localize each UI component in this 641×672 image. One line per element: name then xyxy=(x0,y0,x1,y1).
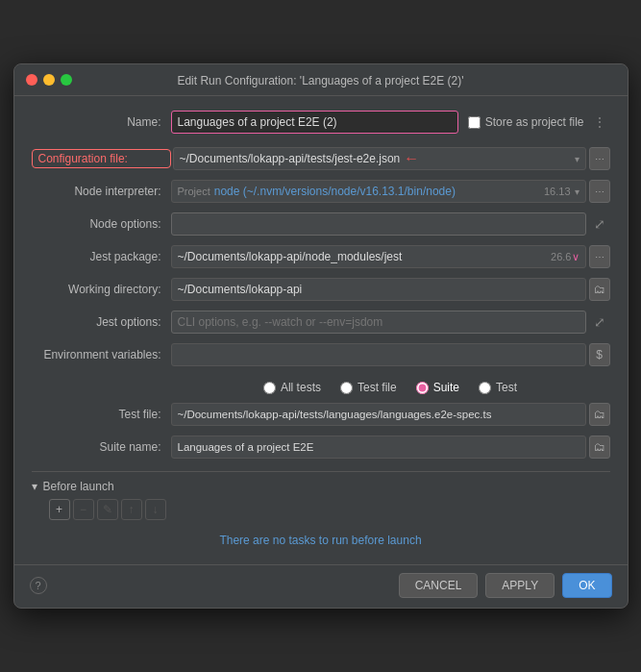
env-dollar-icon[interactable]: $ xyxy=(589,343,610,366)
edit-run-config-dialog: Edit Run Configuration: 'Languages of a … xyxy=(13,63,629,609)
jest-options-input[interactable] xyxy=(171,311,586,334)
add-task-btn[interactable]: + xyxy=(49,499,70,520)
minimize-button[interactable] xyxy=(43,74,55,86)
working-dir-value: ~/Documents/lokapp-api xyxy=(178,283,303,296)
chevron-down-icon: ▾ xyxy=(575,154,579,164)
node-path-value: node (~/.nvm/versions/node/v16.13.1/bin/… xyxy=(214,185,456,198)
red-arrow-icon: ← xyxy=(404,150,419,167)
before-launch-toolbar: + − ✎ ↑ ↓ xyxy=(49,499,610,520)
maximize-button[interactable] xyxy=(61,74,72,86)
test-file-controls: ~/Documents/lokapp-api/tests/languages/l… xyxy=(171,403,610,426)
suite-name-folder-icon[interactable]: 🗂 xyxy=(589,436,610,459)
config-file-row: Configuration file: ~/Documents/lokapp-a… xyxy=(32,144,610,173)
working-dir-label: Working directory: xyxy=(32,283,171,296)
more-options-icon[interactable]: ⋮ xyxy=(589,112,610,132)
node-project-label: Project xyxy=(178,186,210,197)
test-file-field[interactable]: ~/Documents/lokapp-api/tests/languages/l… xyxy=(171,403,586,426)
jest-package-label: Jest package: xyxy=(32,250,171,263)
jest-options-expand-icon[interactable]: ⤢ xyxy=(589,311,610,334)
jest-version-value: 26.6∨ xyxy=(551,251,579,263)
jest-options-row: Jest options: ⤢ xyxy=(32,308,610,336)
edit-task-btn[interactable]: ✎ xyxy=(97,499,118,520)
jest-package-more-btn[interactable]: ⋯ xyxy=(589,245,610,268)
jest-package-controls: ~/Documents/lokapp-api/node_modules/jest… xyxy=(171,245,610,268)
close-button[interactable] xyxy=(26,74,37,86)
suite-name-field[interactable]: Languages of a project E2E xyxy=(171,436,586,459)
working-dir-folder-icon[interactable]: 🗂 xyxy=(589,278,610,301)
radio-all-tests-input[interactable] xyxy=(263,382,276,394)
node-dropdown-arrow: ▾ xyxy=(575,187,579,197)
jest-options-label: Jest options: xyxy=(32,315,171,329)
config-file-label: Configuration file: xyxy=(32,149,171,168)
radio-all-tests[interactable]: All tests xyxy=(263,381,321,394)
remove-task-btn[interactable]: − xyxy=(73,499,94,520)
radio-all-tests-label: All tests xyxy=(281,381,321,394)
name-row: Name: Store as project file ⋮ xyxy=(32,108,610,137)
node-version-value: 16.13 xyxy=(544,186,571,197)
before-launch-label: Before launch xyxy=(43,480,114,493)
test-file-label: Test file: xyxy=(32,408,171,421)
test-file-value: ~/Documents/lokapp-api/tests/languages/l… xyxy=(178,409,492,420)
move-up-btn[interactable]: ↑ xyxy=(121,499,142,520)
working-dir-row: Working directory: ~/Documents/lokapp-ap… xyxy=(32,275,610,304)
help-icon[interactable]: ? xyxy=(30,577,47,594)
test-file-row: Test file: ~/Documents/lokapp-api/tests/… xyxy=(32,400,610,429)
env-variables-label: Environment variables: xyxy=(32,348,171,361)
config-file-controls: ~/Documents/lokapp-api/tests/jest-e2e.js… xyxy=(173,147,610,170)
suite-name-value: Languages of a project E2E xyxy=(178,441,314,453)
jest-package-field[interactable]: ~/Documents/lokapp-api/node_modules/jest… xyxy=(171,245,586,268)
radio-suite-label: Suite xyxy=(433,381,459,394)
before-launch-chevron-icon: ▾ xyxy=(32,480,37,493)
title-bar: Edit Run Configuration: 'Languages of a … xyxy=(14,64,628,96)
working-dir-field[interactable]: ~/Documents/lokapp-api xyxy=(171,278,586,301)
store-as-project-file-checkbox[interactable] xyxy=(468,116,481,129)
radio-test-file-input[interactable] xyxy=(340,382,353,394)
store-label: Store as project file xyxy=(485,115,584,129)
node-options-expand-icon[interactable]: ⤢ xyxy=(589,212,610,236)
cancel-button[interactable]: CANCEL xyxy=(399,573,479,598)
env-variables-field[interactable] xyxy=(171,343,586,366)
node-more-btn[interactable]: ⋯ xyxy=(589,180,610,203)
before-launch-header[interactable]: ▾ Before launch xyxy=(32,478,610,495)
radio-test-file[interactable]: Test file xyxy=(340,381,397,394)
traffic-lights xyxy=(26,74,72,86)
no-tasks-message: There are no tasks to run before launch xyxy=(32,520,610,555)
suite-name-row: Suite name: Languages of a project E2E 🗂 xyxy=(32,433,610,461)
env-variables-row: Environment variables: $ xyxy=(32,340,610,369)
suite-name-controls: Languages of a project E2E 🗂 xyxy=(171,436,610,459)
radio-test-label: Test xyxy=(496,381,517,394)
node-interpreter-field[interactable]: Project node (~/.nvm/versions/node/v16.1… xyxy=(171,180,586,203)
move-down-btn[interactable]: ↓ xyxy=(145,499,166,520)
test-file-folder-icon[interactable]: 🗂 xyxy=(589,403,610,426)
node-options-label: Node options: xyxy=(32,217,171,231)
radio-test-file-label: Test file xyxy=(357,381,397,394)
node-interpreter-label: Node interpreter: xyxy=(32,185,171,198)
node-interpreter-controls: Project node (~/.nvm/versions/node/v16.1… xyxy=(171,180,610,203)
test-scope-radio-group: All tests Test file Suite Test xyxy=(32,381,610,394)
jest-package-row: Jest package: ~/Documents/lokapp-api/nod… xyxy=(32,242,610,271)
dialog-footer: ? CANCEL APPLY OK xyxy=(14,564,628,608)
radio-suite-input[interactable] xyxy=(416,382,429,394)
dialog-title: Edit Run Configuration: 'Languages of a … xyxy=(30,74,612,87)
footer-buttons: CANCEL APPLY OK xyxy=(399,573,612,598)
name-label: Name: xyxy=(32,115,171,129)
apply-button[interactable]: APPLY xyxy=(485,573,555,598)
ok-button[interactable]: OK xyxy=(562,573,611,598)
store-as-project-file-area: Store as project file xyxy=(468,115,584,129)
radio-suite[interactable]: Suite xyxy=(416,381,459,394)
radio-test-input[interactable] xyxy=(479,382,491,394)
dialog-content: Name: Store as project file ⋮ Configurat… xyxy=(14,96,628,564)
suite-name-label: Suite name: xyxy=(32,440,171,454)
name-input[interactable] xyxy=(171,111,458,134)
env-variables-controls: $ xyxy=(171,343,610,366)
jest-package-value: ~/Documents/lokapp-api/node_modules/jest xyxy=(178,250,403,263)
config-file-value: ~/Documents/lokapp-api/tests/jest-e2e.js… xyxy=(180,152,401,165)
radio-test[interactable]: Test xyxy=(479,381,517,394)
node-options-input[interactable] xyxy=(171,212,586,236)
config-file-dropdown[interactable]: ~/Documents/lokapp-api/tests/jest-e2e.js… xyxy=(173,147,586,170)
node-options-row: Node options: ⤢ xyxy=(32,210,610,238)
config-more-btn[interactable]: ⋯ xyxy=(589,147,610,170)
before-launch-section: ▾ Before launch + − ✎ ↑ ↓ There are no t… xyxy=(32,471,610,555)
node-interpreter-row: Node interpreter: Project node (~/.nvm/v… xyxy=(32,177,610,206)
